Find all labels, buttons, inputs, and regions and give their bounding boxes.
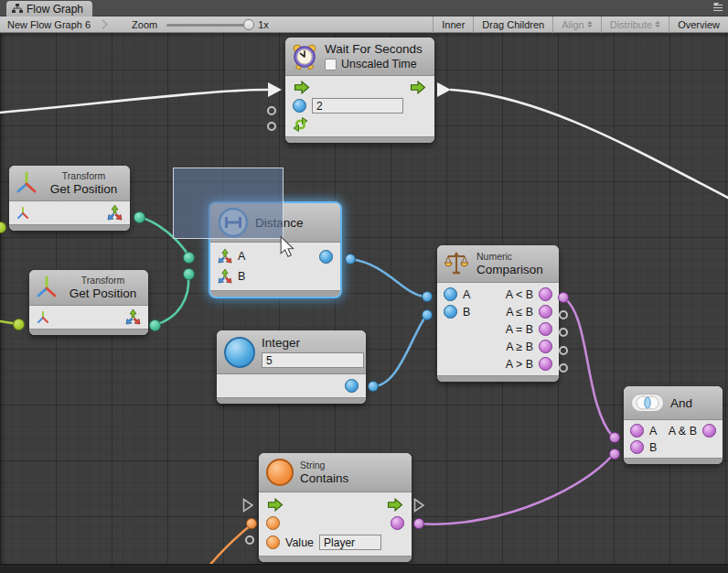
integer-output-port[interactable] [345, 379, 359, 393]
comparison-lte-port[interactable] [539, 305, 552, 319]
drag-children-button[interactable]: Drag Children [473, 16, 552, 33]
flow-out-port[interactable] [386, 498, 404, 512]
up-down-arrows-icon [587, 21, 593, 27]
contains-value-port-outer[interactable] [245, 535, 254, 545]
contains-target-port[interactable] [266, 516, 280, 530]
integer-output-dot[interactable] [368, 381, 379, 392]
comparison-a-port[interactable] [444, 287, 457, 301]
transform-port-icon[interactable] [16, 207, 29, 220]
node-wait-for-seconds[interactable]: Wait For Seconds Unscaled Time 2 [285, 38, 434, 143]
node-title: Get Position [45, 182, 123, 196]
zoom-slider-track[interactable] [166, 24, 251, 27]
distance-a-wire-dot[interactable] [183, 252, 195, 264]
node-title: Contains [300, 471, 348, 485]
tab-label: Flow Graph [27, 3, 83, 16]
zoom-slider-handle[interactable] [243, 19, 254, 30]
comparison-lt-wire-dot[interactable] [558, 292, 569, 303]
seconds-input[interactable]: 2 [312, 98, 403, 114]
comparison-gte-port-outer[interactable] [559, 346, 568, 355]
unscaled-time-label: Unscaled Time [341, 58, 417, 70]
node-header: String Contains [259, 453, 412, 492]
getposition1-output-dot[interactable] [134, 211, 145, 223]
transform-axes-icon [35, 275, 59, 300]
comparison-lt-port[interactable] [539, 287, 552, 301]
node-footer [285, 136, 434, 143]
contains-output-port[interactable] [391, 516, 404, 530]
up-down-arrows-icon [655, 21, 660, 27]
distribute-dropdown[interactable]: Distribute [601, 16, 669, 33]
comparison-gt-port-outer[interactable] [559, 363, 568, 373]
unscaled-time-checkbox[interactable] [325, 59, 337, 70]
contains-value-port[interactable] [266, 535, 280, 549]
seconds-port[interactable] [293, 99, 306, 113]
node-footer [437, 375, 559, 382]
vector3-port-icon[interactable] [125, 309, 141, 325]
flow-input-arrow[interactable] [268, 82, 282, 97]
integer-input[interactable]: 5 [262, 352, 364, 368]
flow-output-arrow[interactable] [437, 82, 451, 97]
tab-flow-graph[interactable]: Flow Graph [6, 1, 92, 16]
and-b-wire-dot[interactable] [609, 449, 620, 459]
port-b-label: B [238, 270, 245, 283]
loop-icon[interactable] [293, 117, 308, 132]
contains-flow-in-arrow[interactable] [242, 498, 254, 513]
overview-button[interactable]: Overview [669, 16, 728, 33]
node-and[interactable]: And A A & B B [624, 386, 723, 464]
getposition2-output-dot[interactable] [149, 319, 161, 331]
comparison-gt-port[interactable] [539, 357, 552, 371]
breadcrumb[interactable]: New Flow Graph 6 [0, 16, 100, 33]
node-numeric-comparison[interactable]: Numeric Comparison A A < B B A ≤ B A = B [437, 245, 559, 382]
graph-canvas[interactable]: Wait For Seconds Unscaled Time 2 [0, 33, 728, 573]
distance-output-port[interactable] [319, 250, 333, 264]
contains-output-dot[interactable] [413, 518, 424, 529]
node-get-position-2[interactable]: Transform Get Position [29, 270, 148, 335]
and-out-label: A & B [669, 425, 697, 438]
wire-flow-in [0, 90, 267, 113]
flow-in-port[interactable] [293, 81, 311, 94]
breadcrumb-label: New Flow Graph 6 [7, 19, 91, 30]
port-b-label: B [463, 306, 470, 319]
comparison-a-wire-dot[interactable] [422, 291, 433, 302]
and-a-wire-dot[interactable] [609, 432, 620, 443]
value-input[interactable]: Player [319, 535, 381, 550]
and-output-port[interactable] [702, 424, 716, 438]
wire-distance-to-comparison-a [350, 259, 426, 297]
flow-out-port[interactable] [409, 81, 427, 94]
node-title: Get Position [65, 286, 141, 300]
vector3-port-icon[interactable] [218, 249, 232, 264]
zoom-label: Zoom [132, 19, 157, 30]
comparison-eq-port-outer[interactable] [559, 328, 568, 337]
distance-b-wire-dot[interactable] [183, 268, 195, 280]
node-category: Transform [45, 170, 123, 181]
contains-flow-out-arrow[interactable] [413, 498, 425, 513]
wait-loop-port-outer[interactable] [267, 122, 276, 131]
wire-getposition2-to-distance-b [155, 276, 188, 325]
transform2-input-dot[interactable] [13, 319, 25, 330]
and-b-port[interactable] [630, 440, 644, 454]
comparison-eq-port[interactable] [539, 322, 552, 336]
vector3-port-icon[interactable] [107, 205, 123, 221]
comparison-b-wire-dot[interactable] [422, 309, 433, 320]
comparison-b-port[interactable] [444, 305, 457, 319]
wait-seconds-port-outer[interactable] [267, 106, 276, 115]
align-dropdown[interactable]: Align [552, 16, 600, 33]
port-b-label: B [649, 441, 657, 454]
and-a-port[interactable] [630, 424, 644, 438]
node-header: Transform Get Position [9, 166, 130, 201]
vector3-port-icon[interactable] [218, 269, 232, 284]
flow-in-port[interactable] [266, 498, 284, 512]
comparison-gte-port[interactable] [539, 340, 552, 353]
distance-output-dot[interactable] [345, 254, 356, 265]
string-icon [266, 459, 294, 486]
node-footer [210, 290, 340, 297]
node-get-position-1[interactable]: Transform Get Position [9, 166, 130, 231]
node-integer[interactable]: Integer 5 [217, 330, 366, 404]
gt-label: A > B [506, 358, 533, 371]
contains-target-wire-dot[interactable] [246, 518, 257, 529]
transform-port-icon[interactable] [37, 311, 49, 324]
zoom-slider[interactable] [166, 16, 251, 33]
window-menu-icon[interactable] [713, 5, 723, 11]
comparison-lte-port-outer[interactable] [559, 310, 568, 319]
inner-button[interactable]: Inner [433, 16, 473, 33]
node-string-contains[interactable]: String Contains Value [259, 453, 412, 562]
